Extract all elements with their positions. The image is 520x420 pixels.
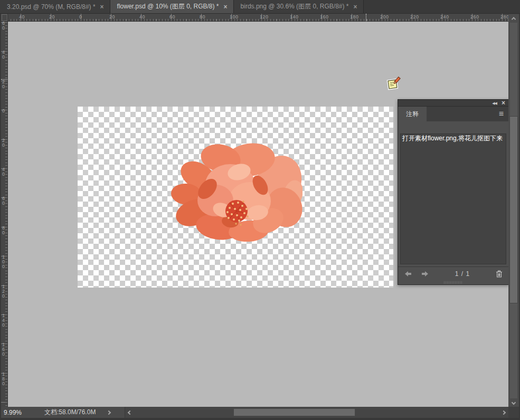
next-note-button[interactable] bbox=[421, 271, 429, 277]
ruler-top-label: 60 bbox=[169, 14, 175, 20]
ruler-top-label: 140 bbox=[290, 14, 299, 20]
ruler-top-label: 260 bbox=[470, 14, 479, 20]
tab-close-icon[interactable]: × bbox=[224, 4, 228, 10]
ruler-left-label: 180 bbox=[2, 372, 6, 386]
previous-note-button[interactable] bbox=[404, 271, 412, 277]
ruler-top-label: 100 bbox=[230, 14, 239, 20]
ruler-left-label: 140 bbox=[2, 313, 6, 328]
note-text-input[interactable]: 打开素材flower.png,将花儿抠图下来 bbox=[400, 133, 506, 264]
scroll-left-icon[interactable] bbox=[125, 407, 135, 418]
vertical-scrollbar-thumb[interactable] bbox=[509, 116, 518, 303]
note-total: 1 bbox=[466, 270, 470, 278]
panel-menu-icon[interactable]: ≡ bbox=[494, 107, 508, 121]
panel-close-icon[interactable]: × bbox=[502, 100, 505, 106]
horizontal-scrollbar-thumb[interactable] bbox=[233, 408, 355, 416]
scroll-right-icon[interactable] bbox=[499, 407, 508, 418]
ruler-vertical: 604020020406080100120140160180 bbox=[1, 22, 8, 407]
tab-label: flower.psd @ 10% (图层 0, RGB/8) * bbox=[117, 2, 219, 11]
ruler-top-label: 80 bbox=[200, 14, 205, 20]
tab-close-icon[interactable]: × bbox=[100, 4, 104, 10]
ruler-left-label: 120 bbox=[2, 284, 6, 299]
ruler-minor-ticks bbox=[8, 19, 508, 21]
note-annotation-icon[interactable] bbox=[386, 76, 401, 90]
scroll-down-icon[interactable] bbox=[508, 398, 519, 407]
ruler-top-label: 20 bbox=[109, 14, 115, 20]
panel-body: 打开素材flower.png,将花儿抠图下来 bbox=[398, 121, 508, 265]
flower-image bbox=[171, 136, 302, 242]
panel-tab-row: 注释 ≡ bbox=[398, 107, 508, 121]
ruler-top-label: 40 bbox=[19, 14, 25, 20]
ruler-left-label: 60 bbox=[2, 196, 6, 206]
tab-3.20.psd[interactable]: 3.20.psd @ 70% (M, RGB/8#) * × bbox=[0, 0, 110, 13]
vertical-scrollbar[interactable] bbox=[508, 14, 519, 407]
ruler-top-label: 120 bbox=[260, 14, 269, 20]
delete-note-icon[interactable] bbox=[496, 270, 503, 278]
scroll-up-icon[interactable] bbox=[508, 14, 519, 23]
photoshop-window: 3.20.psd @ 70% (M, RGB/8#) * × flower.ps… bbox=[0, 0, 520, 420]
ruler-horizontal: 4020020406080100120140160180200220240260… bbox=[8, 14, 508, 22]
document-size-info: 文档:58.0M/76.0M bbox=[44, 408, 96, 417]
ruler-top-label: 220 bbox=[410, 14, 419, 20]
ruler-top-label: 160 bbox=[320, 14, 329, 20]
tab-notes[interactable]: 注释 bbox=[398, 107, 427, 121]
note-pager-separator: / bbox=[461, 270, 464, 278]
status-options-icon[interactable] bbox=[107, 411, 110, 414]
ruler-left-label: 20 bbox=[2, 80, 6, 89]
cursor-position-marker-x bbox=[366, 14, 366, 21]
document-tabbar: 3.20.psd @ 70% (M, RGB/8#) * × flower.ps… bbox=[0, 0, 520, 14]
ruler-top-label: 180 bbox=[350, 14, 359, 20]
ruler-left-label: 160 bbox=[2, 342, 6, 357]
panel-resize-grip[interactable] bbox=[444, 281, 463, 284]
ruler-top-label: 40 bbox=[139, 14, 145, 20]
scrollbar-corner bbox=[508, 407, 519, 418]
tab-label: birds.png @ 30.6% (图层 0, RGB/8#) * bbox=[241, 2, 349, 11]
window-bottom-edge bbox=[0, 418, 520, 420]
ruler-top-label: 0 bbox=[79, 14, 82, 20]
tab-birds.png[interactable]: birds.png @ 30.6% (图层 0, RGB/8#) * × bbox=[234, 0, 364, 13]
panel-footer: 1 / 1 bbox=[398, 266, 508, 281]
collapse-to-icons-icon[interactable]: ◀◀ bbox=[492, 101, 497, 105]
ruler-top-label: 200 bbox=[380, 14, 389, 20]
note-current: 1 bbox=[455, 270, 459, 278]
tab-close-icon[interactable]: × bbox=[353, 4, 357, 10]
ruler-top-label: 240 bbox=[440, 14, 449, 20]
horizontal-scrollbar[interactable] bbox=[125, 407, 508, 418]
tab-label: 3.20.psd @ 70% (M, RGB/8#) * bbox=[7, 3, 96, 11]
ruler-left-label: 40 bbox=[2, 167, 6, 177]
ruler-origin-box[interactable] bbox=[1, 14, 8, 22]
window-left-edge bbox=[0, 14, 1, 420]
panel-chrome-bar: ◀◀ × bbox=[398, 100, 508, 107]
ruler-left-label: 20 bbox=[2, 138, 6, 148]
ruler-left-label: 60 bbox=[2, 22, 6, 31]
notes-panel: ◀◀ × 注释 ≡ 打开素材flower.png,将花儿抠图下来 1 / 1 bbox=[398, 99, 509, 285]
ruler-top-label: 20 bbox=[49, 14, 55, 20]
zoom-level-field[interactable]: 9.99% bbox=[4, 409, 33, 416]
document-canvas-transparent[interactable] bbox=[78, 107, 393, 288]
ruler-top-label: 280 bbox=[500, 14, 508, 20]
note-pager: 1 / 1 bbox=[429, 270, 496, 278]
ruler-left-label: 100 bbox=[2, 255, 6, 269]
tab-flower.psd[interactable]: flower.psd @ 10% (图层 0, RGB/8) * × bbox=[110, 0, 234, 13]
status-bar: 9.99% 文档:58.0M/76.0M bbox=[0, 407, 125, 418]
ruler-left-label: 40 bbox=[2, 50, 6, 60]
cursor-position-marker-y bbox=[1, 79, 7, 80]
ruler-left-label: 80 bbox=[2, 226, 6, 235]
ruler-left-label: 0 bbox=[2, 109, 6, 113]
